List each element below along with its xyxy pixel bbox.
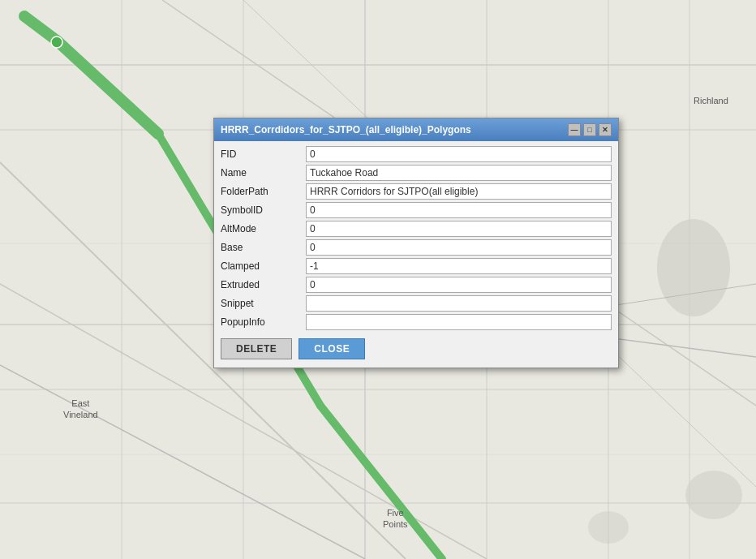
feature-dialog: HRRR_Corrdidors_for_SJTPO_(all_eligible)…	[213, 118, 619, 368]
field-row: SymbolID	[221, 202, 612, 218]
fields-container: FIDNameFolderPathSymbolIDAltModeBaseClam…	[221, 146, 612, 330]
dialog-content: FIDNameFolderPathSymbolIDAltModeBaseClam…	[214, 141, 618, 368]
close-button[interactable]: CLOSE	[299, 338, 365, 359]
field-input[interactable]	[306, 146, 612, 162]
svg-point-19	[685, 471, 742, 519]
field-input[interactable]	[306, 183, 612, 200]
field-row: Snippet	[221, 295, 612, 312]
field-input[interactable]	[306, 221, 612, 237]
place-label-richland: Richland	[694, 96, 728, 105]
field-label: Snippet	[221, 298, 306, 309]
field-row: AltMode	[221, 221, 612, 237]
field-row: Extruded	[221, 277, 612, 293]
minimize-button[interactable]: —	[568, 123, 581, 136]
field-row: FolderPath	[221, 183, 612, 200]
field-row: PopupInfo	[221, 314, 612, 330]
dialog-buttons: DELETE CLOSE	[221, 338, 612, 359]
place-label-five-points: FivePoints	[383, 507, 408, 531]
field-row: Name	[221, 165, 612, 181]
map-container: Richland EastVineland FivePoints HRRR_Co…	[0, 0, 756, 559]
field-row: FID	[221, 146, 612, 162]
field-input[interactable]	[306, 165, 612, 181]
dialog-titlebar: HRRR_Corrdidors_for_SJTPO_(all_eligible)…	[214, 118, 618, 141]
field-row: Base	[221, 239, 612, 256]
field-label: SymbolID	[221, 204, 306, 216]
place-label-east-vineland: EastVineland	[63, 398, 98, 421]
field-label: FID	[221, 148, 306, 160]
svg-point-20	[588, 511, 629, 544]
delete-button[interactable]: DELETE	[221, 338, 292, 359]
field-label: PopupInfo	[221, 316, 306, 328]
field-label: Clamped	[221, 260, 306, 272]
svg-point-18	[657, 219, 730, 316]
restore-button[interactable]: □	[583, 123, 596, 136]
field-input[interactable]	[306, 277, 612, 293]
dialog-title: HRRR_Corrdidors_for_SJTPO_(all_eligible)…	[221, 124, 568, 135]
field-row: Clamped	[221, 258, 612, 274]
field-label: Base	[221, 242, 306, 253]
field-input[interactable]	[306, 239, 612, 256]
field-input[interactable]	[306, 314, 612, 330]
field-label: Extruded	[221, 279, 306, 290]
field-label: Name	[221, 167, 306, 178]
svg-point-25	[51, 37, 62, 48]
field-input[interactable]	[306, 258, 612, 274]
field-input[interactable]	[306, 202, 612, 218]
field-label: AltMode	[221, 223, 306, 234]
field-input[interactable]	[306, 295, 612, 312]
field-label: FolderPath	[221, 186, 306, 197]
close-x-button[interactable]: ✕	[599, 123, 612, 136]
titlebar-buttons: — □ ✕	[568, 123, 612, 136]
